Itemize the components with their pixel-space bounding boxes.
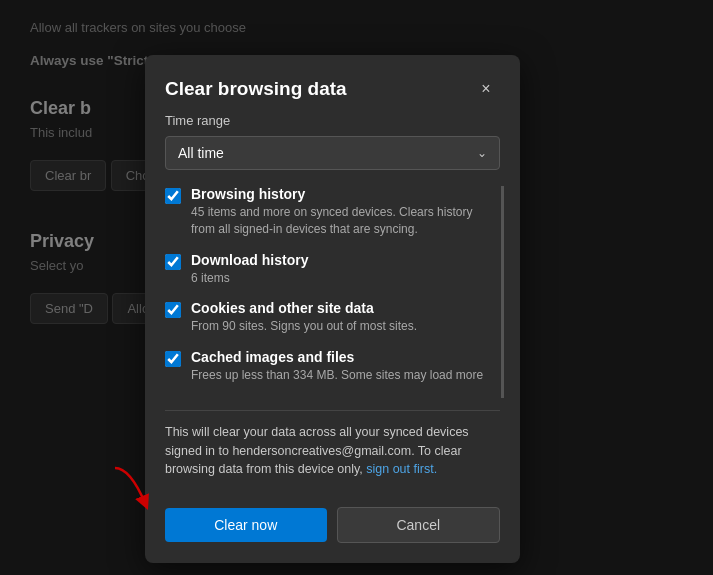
cookies-label: Cookies and other site data (191, 300, 417, 316)
clear-now-button[interactable]: Clear now (165, 508, 327, 542)
dialog-footer: Clear now Cancel (145, 503, 520, 563)
sign-out-link[interactable]: sign out first. (366, 462, 437, 476)
cancel-button[interactable]: Cancel (337, 507, 501, 543)
time-range-label: Time range (165, 113, 500, 128)
time-range-dropdown[interactable]: All time ⌄ (165, 136, 500, 170)
download-history-label: Download history (191, 252, 308, 268)
option-browsing-history: Browsing history 45 items and more on sy… (165, 186, 497, 238)
clear-browsing-data-dialog: Clear browsing data × Time range All tim… (145, 55, 520, 563)
browsing-history-checkbox[interactable] (165, 188, 181, 204)
cached-images-checkbox[interactable] (165, 351, 181, 367)
red-arrow-icon (110, 463, 170, 513)
sync-notice: This will clear your data across all you… (165, 410, 500, 479)
dialog-header: Clear browsing data × (145, 55, 520, 113)
download-history-checkbox[interactable] (165, 254, 181, 270)
options-list: Browsing history 45 items and more on sy… (165, 186, 504, 398)
cookies-desc: From 90 sites. Signs you out of most sit… (191, 318, 417, 335)
download-history-desc: 6 items (191, 270, 308, 287)
close-button[interactable]: × (472, 75, 500, 103)
dialog-body: Time range All time ⌄ Browsing history 4… (145, 113, 520, 503)
dialog-title: Clear browsing data (165, 78, 347, 100)
cached-images-label: Cached images and files (191, 349, 483, 365)
option-cookies: Cookies and other site data From 90 site… (165, 300, 497, 335)
arrow-indicator (110, 463, 170, 513)
browsing-history-desc: 45 items and more on synced devices. Cle… (191, 204, 497, 238)
option-download-history: Download history 6 items (165, 252, 497, 287)
option-cached-images: Cached images and files Frees up less th… (165, 349, 497, 384)
time-range-value: All time (178, 145, 224, 161)
cookies-checkbox[interactable] (165, 302, 181, 318)
cached-images-desc: Frees up less than 334 MB. Some sites ma… (191, 367, 483, 384)
chevron-down-icon: ⌄ (477, 146, 487, 160)
browsing-history-label: Browsing history (191, 186, 497, 202)
